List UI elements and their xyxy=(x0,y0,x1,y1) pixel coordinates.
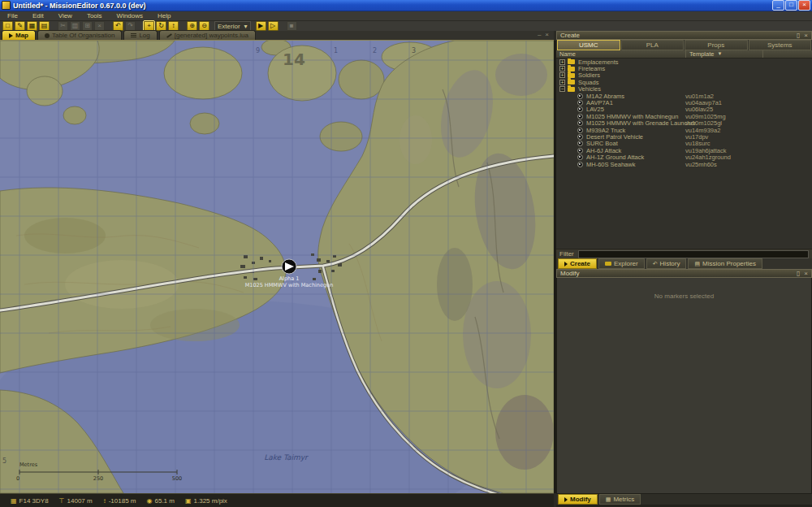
chevron-down-icon: ▾ xyxy=(244,23,248,30)
modify-panel-title: Modify xyxy=(560,270,793,277)
play-debug-icon[interactable]: ▷ xyxy=(268,21,279,31)
filter-row: Filter xyxy=(556,249,812,258)
vehicle-icon xyxy=(577,148,583,154)
collapse-icon[interactable]: − xyxy=(559,86,565,92)
tab-pla[interactable]: PLA xyxy=(621,40,685,50)
log-list-icon xyxy=(131,33,136,38)
history-button[interactable]: ↶ History xyxy=(646,258,687,269)
vehicle-icon xyxy=(577,134,583,140)
tab-waypoints-script[interactable]: [generated] waypoints.lua xyxy=(159,30,256,40)
folder-icon xyxy=(568,67,575,72)
create-panel-header[interactable]: Create ▯ × xyxy=(556,31,812,40)
marker-type-label: M1025 HMMWV with Machinegun xyxy=(245,282,334,288)
menu-view[interactable]: View xyxy=(51,12,80,20)
tab-metrics[interactable]: ▦ Metrics xyxy=(599,494,641,505)
tab-props[interactable]: Props xyxy=(685,40,748,50)
modify-cursor-icon xyxy=(564,497,568,502)
mission-editor-window: { "window": { "title": "Untitled* - Miss… xyxy=(0,0,812,507)
status-bar: ▦ F14 3DY8 ⊤ 14007 m ↕ -10185 m ◉ 65.1 m… xyxy=(0,493,554,507)
vehicle-icon xyxy=(577,93,583,99)
restore-button[interactable]: □ xyxy=(785,0,797,11)
create-cursor-icon xyxy=(564,262,568,266)
scale-tick: 500 xyxy=(172,475,182,482)
dock-bottom-tabs: Modify ▦ Metrics xyxy=(556,494,812,505)
vehicle-name: MH-60S Seahawk xyxy=(586,161,635,168)
folder-icon xyxy=(568,87,575,92)
map-scale-icon: ▣ xyxy=(185,497,192,505)
grid-minor-label: 3 xyxy=(412,47,416,54)
menu-help[interactable]: Help xyxy=(150,12,178,20)
scale-tick: 250 xyxy=(93,475,103,482)
x-position-value: 14007 m xyxy=(67,497,93,505)
tab-systems[interactable]: Systems xyxy=(749,40,812,50)
expand-icon[interactable]: + xyxy=(559,66,565,72)
close-icon[interactable]: × xyxy=(804,270,808,277)
marker-callsign: Alpha 1 xyxy=(279,275,300,282)
y-position-icon: ↕ xyxy=(103,497,106,505)
filter-label: Filter xyxy=(559,250,574,258)
tab-log-label: Log xyxy=(139,32,149,39)
tab-too-label: Table Of Organisation xyxy=(52,32,114,39)
modify-panel-header[interactable]: Modify ▯ × xyxy=(556,269,812,278)
vehicle-icon xyxy=(577,154,583,160)
grid-minor-label: 9 xyxy=(256,47,260,54)
map-cursor-icon xyxy=(9,33,13,38)
modify-panel-body: No markers selected xyxy=(556,278,812,494)
tab-map-label: Map xyxy=(15,32,28,39)
tree-item-vehicle[interactable]: MH-60S Seahawk vu25mh60s xyxy=(556,161,812,167)
tab-log[interactable]: Log xyxy=(123,30,157,40)
expand-icon[interactable]: + xyxy=(559,80,565,85)
map-scale-value: 1.325 m/pix xyxy=(194,497,227,505)
folder-icon xyxy=(568,80,575,84)
column-template-label: Template xyxy=(689,50,714,58)
pin-icon[interactable]: ▯ xyxy=(797,32,800,39)
menu-edit[interactable]: Edit xyxy=(25,12,51,20)
close-button[interactable]: × xyxy=(798,0,810,11)
expand-icon[interactable]: + xyxy=(559,59,565,65)
tab-table-of-organisation[interactable]: Table Of Organisation xyxy=(37,30,122,40)
status-map-scale: ▣ 1.325 m/pix xyxy=(185,497,227,505)
tab-modify[interactable]: Modify xyxy=(558,494,598,505)
vehicle-icon xyxy=(577,100,583,106)
map-pane-close-icon[interactable]: × xyxy=(545,31,549,38)
filter-input[interactable] xyxy=(578,250,809,258)
explorer-button[interactable]: Explorer xyxy=(598,258,645,269)
grid-minor-label: 1 xyxy=(334,47,338,54)
unit-tree[interactable]: + Emplacements + Fireteams + Soldiers + … xyxy=(556,58,812,249)
map-viewport[interactable]: 14 9 1 2 3 5 Lake Taimyr Metres 0 250 50… xyxy=(0,41,556,493)
column-template[interactable]: Template ▼ xyxy=(686,50,763,58)
play-icon[interactable]: ▶ xyxy=(256,21,266,31)
folder-icon xyxy=(568,73,575,78)
create-button[interactable]: Create xyxy=(558,258,597,269)
elevation-icon: ◉ xyxy=(147,497,153,505)
tab-map[interactable]: Map xyxy=(2,30,36,40)
close-icon[interactable]: × xyxy=(804,32,808,39)
menu-tools[interactable]: Tools xyxy=(80,12,110,20)
grid-row-label: 5 xyxy=(2,457,6,465)
column-name[interactable]: Name xyxy=(556,50,686,58)
pin-icon[interactable]: ▯ xyxy=(797,270,800,277)
y-position-value: -10185 m xyxy=(109,497,136,505)
status-y-position: ↕ -10185 m xyxy=(103,497,136,505)
right-dock-panel: Create ▯ × USMC PLA Props Systems Name T… xyxy=(556,31,812,507)
organisation-icon xyxy=(45,33,50,38)
grid-major-label: 14 xyxy=(283,50,305,69)
history-button-label: History xyxy=(660,260,680,267)
toolbar: □ ✎ ▦ ▤ ✂ ▥ ⊞ × ↶ ↷ + ↻ ↕ ⊕ ⊖ Exterior ▾… xyxy=(0,21,812,31)
no-selection-message: No markers selected xyxy=(557,292,811,300)
mission-properties-label: Mission Properties xyxy=(702,260,756,267)
menu-windows[interactable]: Windows xyxy=(110,12,150,20)
elevation-value: 65.1 m xyxy=(154,497,174,505)
title-bar[interactable]: Untitled* - MissionEditor 0.67.0.0 (dev)… xyxy=(0,0,812,11)
mission-properties-icon: ▤ xyxy=(694,261,700,267)
minimize-button[interactable]: _ xyxy=(772,0,784,11)
vehicle-icon xyxy=(577,106,583,112)
app-icon xyxy=(2,1,11,10)
menu-file[interactable]: File xyxy=(0,12,25,20)
map-pane-minimize-icon[interactable]: – xyxy=(538,31,541,38)
vehicle-icon xyxy=(577,141,583,146)
expand-icon[interactable]: + xyxy=(559,72,565,78)
map-canvas[interactable]: 14 9 1 2 3 5 Lake Taimyr Metres 0 250 50… xyxy=(0,41,554,493)
mission-properties-button[interactable]: ▤ Mission Properties xyxy=(688,258,762,269)
tab-usmc[interactable]: USMC xyxy=(557,40,620,50)
